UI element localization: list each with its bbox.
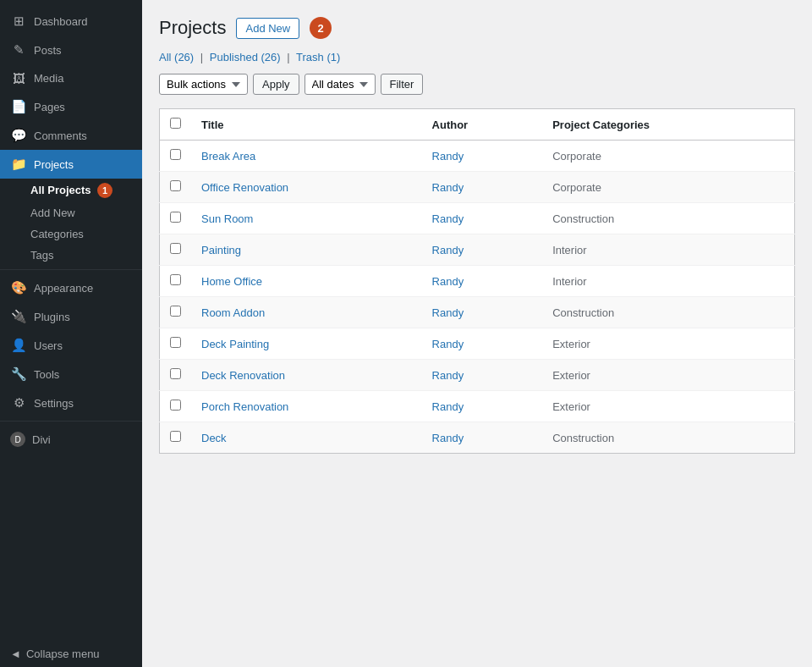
project-author-link[interactable]: Randy <box>432 212 464 225</box>
sidebar-item-label: Appearance <box>34 282 93 295</box>
project-title-link[interactable]: Deck Renovation <box>201 369 285 382</box>
select-all-header <box>160 109 192 141</box>
row-checkbox-cell <box>160 266 192 297</box>
sidebar-sub-item-categories[interactable]: Categories <box>30 223 142 245</box>
page-title: Projects <box>159 17 226 39</box>
sidebar-item-label: Dashboard <box>34 15 88 28</box>
row-checkbox[interactable] <box>170 400 181 411</box>
status-link-published[interactable]: Published (26) <box>210 51 281 63</box>
row-title-cell: Porch Renovation <box>191 391 422 422</box>
sidebar-item-comments[interactable]: 💬 Comments <box>0 121 142 150</box>
row-title-cell: Deck <box>191 422 422 454</box>
row-title-cell: Home Office <box>191 266 422 297</box>
page-header: Projects Add New 2 <box>159 17 795 39</box>
filter-button[interactable]: Filter <box>381 74 424 95</box>
collapse-arrow-icon: ◄ <box>10 648 21 660</box>
row-author-cell: Randy <box>422 391 543 422</box>
project-title-link[interactable]: Painting <box>201 244 241 256</box>
row-checkbox[interactable] <box>170 431 181 442</box>
row-title-cell: Break Area <box>191 141 422 172</box>
row-title-cell: Deck Renovation <box>191 360 422 391</box>
project-author-link[interactable]: Randy <box>432 400 464 413</box>
project-author-link[interactable]: Randy <box>432 244 464 256</box>
sidebar-item-divi[interactable]: D Divi <box>0 425 142 454</box>
sidebar-sub-item-all-projects[interactable]: All Projects 1 <box>30 179 142 202</box>
project-title-link[interactable]: Room Addon <box>201 306 265 319</box>
row-title-cell: Office Renovation <box>191 172 422 203</box>
row-checkbox[interactable] <box>170 337 181 348</box>
dashboard-icon: ⊞ <box>10 14 27 29</box>
project-title-link[interactable]: Office Renovation <box>201 181 288 194</box>
project-author-link[interactable]: Randy <box>432 275 464 288</box>
row-checkbox[interactable] <box>170 306 181 317</box>
sidebar-item-posts[interactable]: ✎ Posts <box>0 36 142 64</box>
row-checkbox[interactable] <box>170 180 181 191</box>
project-title-link[interactable]: Deck <box>201 432 227 444</box>
row-checkbox[interactable] <box>170 243 181 254</box>
project-title-link[interactable]: Break Area <box>201 150 255 163</box>
row-author-cell: Randy <box>422 360 543 391</box>
collapse-menu-button[interactable]: ◄ Collapse menu <box>0 641 142 667</box>
row-category-cell: Construction <box>542 297 794 328</box>
row-category-cell: Construction <box>542 203 794 234</box>
filters-bar: Bulk actions Apply All dates Filter <box>159 74 795 95</box>
sidebar-item-dashboard[interactable]: ⊞ Dashboard <box>0 7 142 36</box>
project-title-link[interactable]: Sun Room <box>201 212 253 225</box>
sidebar-item-settings[interactable]: ⚙ Settings <box>0 389 142 417</box>
row-author-cell: Randy <box>422 328 543 360</box>
bulk-actions-select[interactable]: Bulk actions <box>159 74 248 95</box>
row-checkbox[interactable] <box>170 212 181 223</box>
sidebar-item-projects[interactable]: 📁 Projects <box>0 150 142 179</box>
sidebar-item-label: Media <box>34 72 63 85</box>
sidebar-item-pages[interactable]: 📄 Pages <box>0 92 142 121</box>
add-new-button[interactable]: Add New <box>236 18 299 39</box>
project-title-link[interactable]: Porch Renovation <box>201 400 288 413</box>
media-icon: 🖼 <box>10 71 27 85</box>
table-row: Sun Room Randy Construction <box>160 203 795 234</box>
project-author-link[interactable]: Randy <box>432 432 464 444</box>
sidebar-sub-item-tags[interactable]: Tags <box>30 245 142 266</box>
row-checkbox-cell <box>160 234 192 266</box>
status-link-trash[interactable]: Trash (1) <box>296 51 340 63</box>
tags-label: Tags <box>30 249 53 262</box>
status-link-all[interactable]: All (26) <box>159 51 194 63</box>
row-checkbox[interactable] <box>170 274 181 285</box>
row-checkbox[interactable] <box>170 149 181 160</box>
row-checkbox[interactable] <box>170 368 181 379</box>
sidebar-item-appearance[interactable]: 🎨 Appearance <box>0 273 142 302</box>
project-author-link[interactable]: Randy <box>432 306 464 319</box>
row-checkbox-cell <box>160 172 192 203</box>
row-category-cell: Interior <box>542 266 794 297</box>
sidebar-item-plugins[interactable]: 🔌 Plugins <box>0 302 142 331</box>
sidebar-item-media[interactable]: 🖼 Media <box>0 64 142 92</box>
row-author-cell: Randy <box>422 172 543 203</box>
sidebar-item-label: Posts <box>34 44 62 57</box>
sidebar-item-label: Divi <box>32 433 51 446</box>
table-row: Painting Randy Interior <box>160 234 795 266</box>
all-dates-select[interactable]: All dates <box>304 74 376 95</box>
project-author-link[interactable]: Randy <box>432 369 464 382</box>
project-author-link[interactable]: Randy <box>432 150 464 163</box>
sidebar-item-users[interactable]: 👤 Users <box>0 331 142 360</box>
users-icon: 👤 <box>10 338 27 353</box>
row-checkbox-cell <box>160 391 192 422</box>
sidebar-item-label: Comments <box>34 130 87 142</box>
project-title-link[interactable]: Deck Painting <box>201 338 269 350</box>
sidebar-item-label: Plugins <box>34 311 70 323</box>
categories-label: Categories <box>30 228 84 240</box>
divi-icon: D <box>10 432 25 447</box>
project-author-link[interactable]: Randy <box>432 181 464 194</box>
title-header: Title <box>191 109 422 141</box>
apply-button[interactable]: Apply <box>253 74 299 95</box>
project-author-link[interactable]: Randy <box>432 338 464 350</box>
author-header: Author <box>422 109 543 141</box>
select-all-checkbox[interactable] <box>170 118 181 129</box>
status-filter-links: All (26) | Published (26) | Trash (1) <box>159 51 795 63</box>
row-author-cell: Randy <box>422 234 543 266</box>
row-category-cell: Exterior <box>542 360 794 391</box>
sidebar-item-tools[interactable]: 🔧 Tools <box>0 360 142 389</box>
project-title-link[interactable]: Home Office <box>201 275 262 288</box>
sidebar-sub-item-add-new[interactable]: Add New <box>30 202 142 223</box>
row-category-cell: Corporate <box>542 141 794 172</box>
row-checkbox-cell <box>160 328 192 360</box>
